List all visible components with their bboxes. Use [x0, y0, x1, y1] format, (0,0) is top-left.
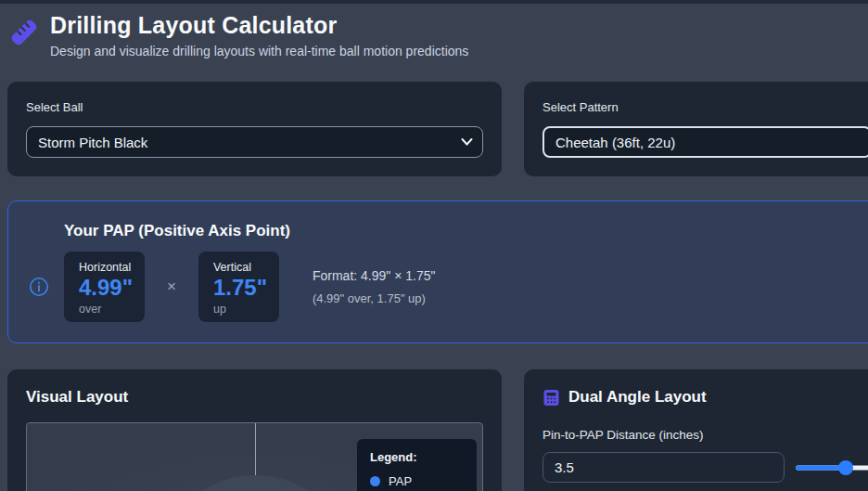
pin-to-pap-input[interactable] — [542, 452, 785, 483]
pap-horizontal-unit: over — [79, 303, 145, 316]
pap-dot-icon — [370, 476, 380, 486]
pattern-select[interactable]: Cheetah (36ft, 22u) — [542, 126, 868, 158]
ruler-icon — [7, 16, 41, 49]
app-header: Drilling Layout Calculator Design and vi… — [0, 4, 868, 58]
visual-layout-card: Visual Layout Legend: PAP PIN — [7, 369, 502, 491]
pap-format: Format: 4.99" × 1.75" (4.99" over, 1.75"… — [313, 268, 436, 305]
pap-horizontal-value: 4.99" — [79, 275, 145, 301]
calculator-icon — [542, 389, 560, 407]
pin-to-pap-slider[interactable] — [796, 452, 868, 483]
pap-horizontal-label: Horizontal — [79, 261, 145, 274]
pattern-select-card: Select Pattern Cheetah (36ft, 22u) — [524, 82, 868, 176]
page-subtitle: Design and visualize drilling layouts wi… — [50, 44, 468, 58]
pap-vertical-box: Vertical 1.75" up — [198, 252, 279, 322]
pap-format-line1: Format: 4.99" × 1.75" — [313, 268, 436, 283]
pin-to-pap-label: Pin-to-PAP Distance (inches) — [542, 428, 868, 442]
pap-vertical-unit: up — [213, 303, 279, 316]
canvas-center-line — [255, 423, 256, 475]
pap-card: Your PAP (Positive Axis Point) Horizonta… — [7, 200, 868, 343]
ball-select-wrap: Storm Pitch Black — [26, 126, 483, 158]
ball-select[interactable]: Storm Pitch Black — [26, 126, 483, 158]
ball-select-card: Select Ball Storm Pitch Black — [7, 82, 502, 176]
canvas-legend: Legend: PAP PIN — [357, 439, 477, 491]
header-text: Drilling Layout Calculator Design and vi… — [50, 12, 468, 58]
drilling-layout-calculator-app: Drilling Layout Calculator Design and vi… — [0, 0, 868, 491]
ball-outline — [156, 475, 354, 491]
bottom-row: Visual Layout Legend: PAP PIN — [0, 369, 868, 491]
pap-format-line2: (4.99" over, 1.75" up) — [313, 291, 436, 305]
dual-angle-title-row: Dual Angle Layout — [542, 388, 868, 407]
legend-title: Legend: — [370, 450, 464, 464]
selector-row: Select Ball Storm Pitch Black Select Pat… — [0, 82, 868, 176]
pap-separator: × — [167, 278, 176, 296]
dual-angle-card: Dual Angle Layout Pin-to-PAP Distance (i… — [524, 369, 868, 491]
layout-canvas[interactable]: Legend: PAP PIN — [26, 422, 483, 491]
legend-item-label: PAP — [389, 474, 412, 488]
legend-item-pap: PAP — [370, 474, 464, 488]
pap-horizontal-box: Horizontal 4.99" over — [64, 252, 145, 322]
visual-layout-title: Visual Layout — [26, 388, 483, 407]
pin-to-pap-input-row — [542, 452, 868, 483]
pap-vertical-value: 1.75" — [213, 275, 279, 301]
ball-select-label: Select Ball — [26, 100, 483, 114]
dual-angle-title: Dual Angle Layout — [568, 388, 707, 407]
info-icon — [29, 277, 49, 297]
pattern-select-label: Select Pattern — [542, 100, 868, 114]
pattern-select-wrap: Cheetah (36ft, 22u) — [542, 126, 868, 158]
pap-title: Your PAP (Positive Axis Point) — [64, 222, 860, 240]
pap-row: Horizontal 4.99" over × Vertical 1.75" u… — [29, 252, 860, 322]
slider-thumb[interactable] — [838, 460, 853, 475]
pap-vertical-label: Vertical — [213, 261, 279, 274]
page-title: Drilling Layout Calculator — [50, 12, 468, 39]
